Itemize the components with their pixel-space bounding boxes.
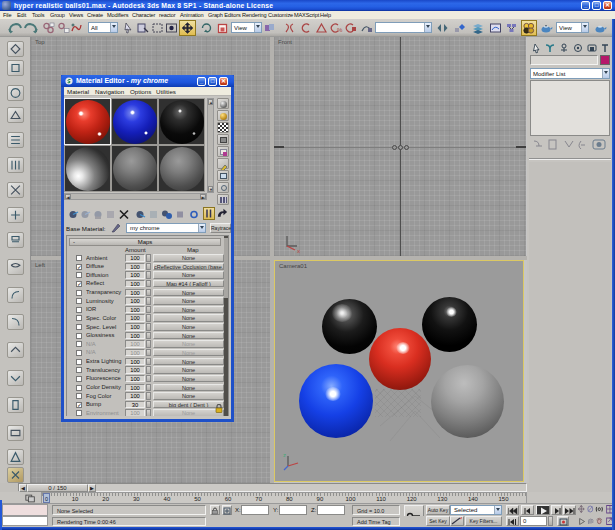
svg-text:x: x xyxy=(297,248,300,253)
svg-text:z: z xyxy=(283,452,286,458)
svg-text:%: % xyxy=(337,27,343,33)
